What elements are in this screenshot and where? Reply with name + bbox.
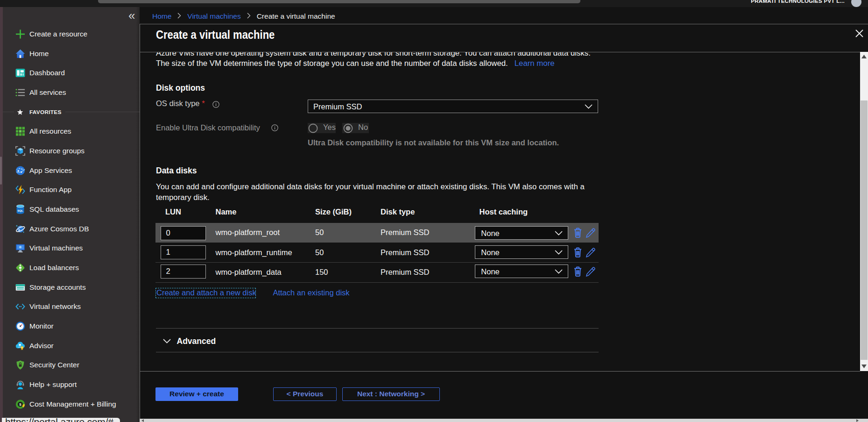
svg-text:$: $ — [19, 402, 21, 406]
svg-text:SQL: SQL — [17, 208, 23, 212]
